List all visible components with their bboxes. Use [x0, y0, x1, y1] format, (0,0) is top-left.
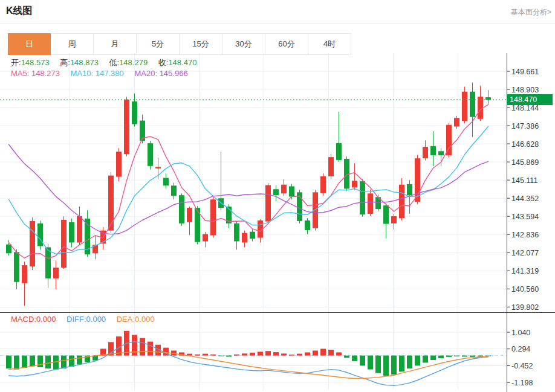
candle-body [265, 185, 271, 221]
candle[interactable] [462, 86, 467, 123]
candle-body [22, 265, 27, 283]
candle[interactable] [85, 210, 90, 257]
candle[interactable] [22, 262, 27, 306]
candle-body [281, 185, 287, 194]
candle[interactable] [281, 179, 287, 196]
candle-body [203, 234, 208, 242]
candle[interactable] [478, 86, 483, 121]
candle[interactable] [360, 179, 365, 217]
candle-body [77, 216, 82, 243]
candle[interactable] [344, 156, 349, 191]
candle[interactable] [171, 183, 177, 200]
candle-body [438, 151, 444, 155]
macd-bar [30, 356, 35, 367]
candle[interactable] [273, 185, 279, 201]
candle[interactable] [454, 116, 459, 129]
macd-bar [423, 356, 428, 363]
candle[interactable] [195, 206, 200, 244]
candle-body [14, 252, 19, 281]
candle[interactable] [368, 190, 373, 216]
candle-body [313, 192, 318, 228]
y-axis-label: 141.319 [511, 267, 539, 275]
candle[interactable] [430, 131, 436, 166]
candle[interactable] [383, 203, 389, 239]
candle[interactable] [14, 249, 19, 289]
candle-body [320, 176, 326, 193]
candle[interactable] [305, 218, 310, 234]
y-axis-label: 145.869 [511, 158, 539, 167]
candle[interactable] [352, 163, 357, 190]
candle[interactable] [124, 97, 129, 156]
candle-body [399, 185, 404, 218]
candle[interactable] [470, 83, 475, 137]
candle[interactable] [61, 216, 67, 269]
candle-body [148, 143, 153, 166]
candle[interactable] [210, 196, 216, 237]
macd-bar [328, 350, 334, 356]
macd-axis-label: 0.294 [511, 345, 530, 353]
candle[interactable] [187, 207, 192, 235]
candle[interactable] [226, 204, 232, 228]
macd-bar [14, 356, 19, 370]
candle[interactable] [289, 184, 294, 199]
macd-bar [375, 356, 381, 373]
macd-bar [6, 356, 11, 369]
candle[interactable] [132, 94, 137, 127]
candle-body [30, 221, 35, 266]
candle[interactable] [242, 231, 247, 248]
candle[interactable] [30, 217, 35, 270]
macd-bar [391, 356, 397, 375]
candle[interactable] [250, 230, 255, 242]
macd-bar [273, 352, 279, 356]
candle-body [116, 152, 122, 177]
candle[interactable] [179, 193, 184, 225]
candle[interactable] [116, 148, 122, 181]
candle[interactable] [53, 260, 59, 289]
y-axis-label: 149.661 [511, 68, 539, 76]
candle-body [6, 245, 11, 254]
candle-body [352, 181, 357, 187]
macd-bar [281, 353, 287, 355]
candle[interactable] [320, 173, 326, 196]
candle-body [132, 101, 137, 124]
y-axis-label: 147.386 [511, 122, 539, 130]
candle[interactable] [265, 183, 271, 223]
candle-body [462, 92, 467, 121]
candle[interactable] [313, 190, 318, 230]
candle-body [360, 181, 365, 214]
candle[interactable] [100, 227, 106, 250]
macd-bar [140, 338, 145, 356]
candle-body [336, 143, 342, 160]
candle[interactable] [163, 173, 169, 189]
candle[interactable] [423, 140, 428, 160]
candle[interactable] [37, 220, 43, 249]
candle-body [470, 92, 475, 117]
candle-body [53, 268, 59, 278]
candle[interactable] [148, 141, 153, 170]
macd-bar [69, 356, 74, 367]
candle-body [163, 178, 169, 186]
macd-bar [203, 354, 208, 356]
macd-bar [77, 356, 82, 365]
y-axis-label: 146.628 [511, 140, 539, 149]
candle[interactable] [485, 90, 491, 104]
chart-canvas[interactable]: 149.661148.903148.144147.386146.628145.8… [0, 0, 555, 392]
macd-bar [470, 356, 475, 357]
candle[interactable] [234, 221, 239, 250]
candle-body [391, 216, 397, 223]
macd-axis-label: 1.040 [511, 329, 530, 337]
macd-bar [61, 356, 67, 369]
candle[interactable] [446, 123, 452, 158]
candle[interactable] [297, 190, 302, 223]
macd-bar [195, 355, 200, 356]
kline-widget: K线图 基本面分析> 日周月5分15分30分60分4时 149.661148.9… [0, 0, 555, 392]
macd-bar [226, 356, 232, 357]
candle[interactable] [336, 112, 342, 162]
macd-bar [438, 356, 444, 358]
candle[interactable] [92, 236, 98, 260]
macd-axis-label: -0.452 [511, 362, 533, 370]
candle[interactable] [328, 154, 334, 179]
candle[interactable] [203, 232, 208, 248]
candle[interactable] [77, 207, 82, 245]
macd-bar [37, 356, 43, 367]
